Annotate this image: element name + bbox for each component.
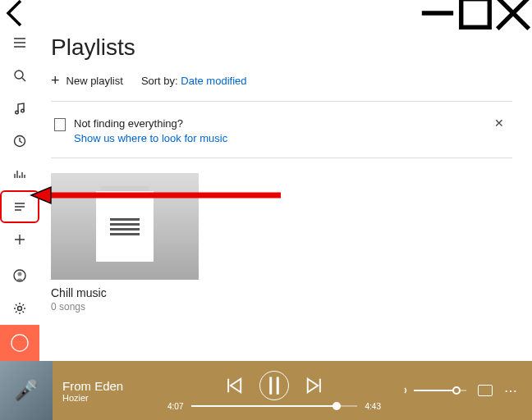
player-bar: 🎤 From Eden Hozier 4:07 4:43 ⋯ (0, 361, 532, 420)
document-icon (54, 118, 66, 131)
close-button[interactable] (494, 0, 532, 26)
banner-link[interactable]: Show us where to look for music (74, 132, 227, 144)
timeline[interactable]: 4:07 4:43 (167, 402, 381, 411)
new-playlist-button[interactable]: +New playlist (51, 72, 123, 89)
track-artist: Hozier (62, 393, 153, 403)
hamburger-icon[interactable] (0, 26, 39, 59)
sort-control[interactable]: Sort by: Date modified (141, 75, 247, 87)
divider (51, 101, 512, 102)
track-title: From Eden (62, 379, 153, 393)
music-icon[interactable] (0, 92, 39, 125)
next-button[interactable] (305, 377, 323, 395)
account-icon[interactable] (0, 259, 39, 292)
new-playlist-label: New playlist (66, 75, 123, 87)
playlist-card[interactable]: Chill music 0 songs (51, 173, 199, 313)
volume-control[interactable] (396, 384, 466, 397)
svg-point-7 (18, 307, 22, 311)
spotify-icon[interactable] (0, 325, 39, 361)
time-elapsed: 4:07 (167, 402, 183, 411)
settings-icon[interactable] (0, 292, 39, 325)
more-icon[interactable]: ⋯ (504, 383, 519, 399)
svg-point-6 (18, 272, 22, 276)
svg-point-3 (21, 109, 25, 112)
playlists-icon[interactable] (0, 190, 39, 223)
pause-button[interactable] (259, 371, 289, 400)
time-total: 4:43 (365, 402, 381, 411)
previous-button[interactable] (225, 377, 243, 395)
playlist-meta: 0 songs (51, 301, 199, 313)
back-button[interactable] (0, 0, 33, 26)
svg-point-1 (15, 71, 23, 79)
banner-close-icon[interactable]: ✕ (489, 116, 509, 130)
minimize-button[interactable] (419, 0, 456, 26)
plus-icon: + (51, 72, 60, 89)
svg-rect-0 (461, 0, 490, 27)
info-banner: Not finding everything? Show us where to… (51, 112, 512, 158)
album-art[interactable]: 🎤 (0, 361, 53, 420)
recent-icon[interactable] (0, 125, 39, 158)
sidebar (0, 26, 39, 361)
banner-line1: Not finding everything? (74, 116, 227, 131)
now-playing-icon[interactable] (0, 158, 39, 190)
add-icon[interactable] (0, 223, 39, 256)
playlist-name: Chill music (51, 286, 199, 299)
svg-point-2 (16, 111, 19, 114)
search-icon[interactable] (0, 59, 39, 92)
cast-icon[interactable] (478, 385, 493, 396)
playlist-thumbnail (51, 173, 199, 280)
page-title: Playlists (51, 34, 512, 61)
maximize-button[interactable] (456, 0, 494, 26)
sort-value[interactable]: Date modified (181, 75, 246, 87)
